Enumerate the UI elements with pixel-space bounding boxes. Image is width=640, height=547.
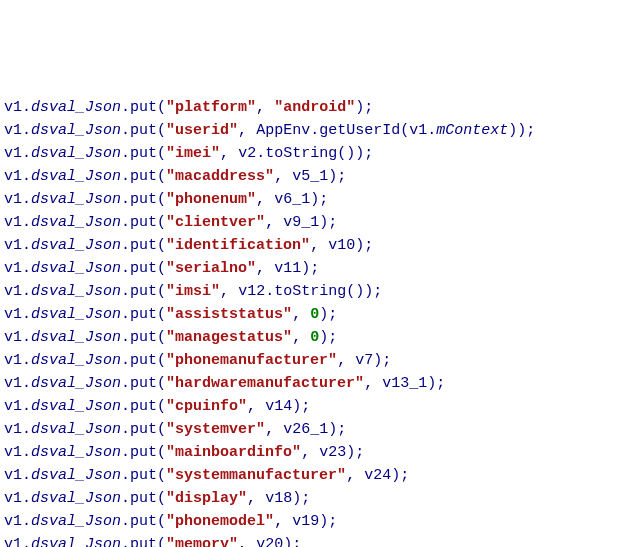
object-ref: v1 — [4, 306, 22, 323]
code-line: v1.dsval_Json.put("serialno", v11); — [4, 257, 636, 280]
object-ref: v1 — [4, 444, 22, 461]
method-call: toString — [274, 283, 346, 300]
member-ref: mContext — [436, 122, 508, 139]
variable-ref: v23 — [319, 444, 346, 461]
method-call: put — [130, 145, 157, 162]
class-ref: AppEnv — [256, 122, 310, 139]
code-line: v1.dsval_Json.put("hardwaremanufacturer"… — [4, 372, 636, 395]
member-ref: dsval_Json — [31, 352, 121, 369]
variable-ref: v24 — [364, 467, 391, 484]
member-ref: dsval_Json — [31, 122, 121, 139]
member-ref: dsval_Json — [31, 444, 121, 461]
variable-ref: v18 — [265, 490, 292, 507]
code-line: v1.dsval_Json.put("imsi", v12.toString()… — [4, 280, 636, 303]
member-ref: dsval_Json — [31, 375, 121, 392]
variable-ref: v12 — [238, 283, 265, 300]
method-call: put — [130, 283, 157, 300]
json-key: "systemmanufacturer" — [166, 467, 346, 484]
code-line: v1.dsval_Json.put("macaddress", v5_1); — [4, 165, 636, 188]
object-ref: v1 — [4, 398, 22, 415]
method-call: put — [130, 122, 157, 139]
variable-ref: v14 — [265, 398, 292, 415]
method-call: put — [130, 237, 157, 254]
method-call: put — [130, 490, 157, 507]
member-ref: dsval_Json — [31, 398, 121, 415]
object-ref: v1 — [4, 421, 22, 438]
method-call: put — [130, 467, 157, 484]
json-value-number: 0 — [310, 329, 319, 346]
method-call: put — [130, 260, 157, 277]
object-ref: v1 — [4, 237, 22, 254]
code-block: v1.dsval_Json.put("platform", "android")… — [4, 96, 636, 547]
method-call: put — [130, 536, 157, 547]
code-line: v1.dsval_Json.put("userid", AppEnv.getUs… — [4, 119, 636, 142]
variable-ref: v11 — [274, 260, 301, 277]
object-ref: v1 — [4, 536, 22, 547]
variable-ref: v10 — [328, 237, 355, 254]
method-call: put — [130, 444, 157, 461]
method-call: put — [130, 375, 157, 392]
object-ref: v1 — [4, 214, 22, 231]
object-ref: v1 — [4, 490, 22, 507]
code-line: v1.dsval_Json.put("display", v18); — [4, 487, 636, 510]
code-line: v1.dsval_Json.put("systemmanufacturer", … — [4, 464, 636, 487]
method-call: put — [130, 513, 157, 530]
variable-ref: v7 — [355, 352, 373, 369]
method-call: toString — [265, 145, 337, 162]
json-key: "macaddress" — [166, 168, 274, 185]
code-line: v1.dsval_Json.put("systemver", v26_1); — [4, 418, 636, 441]
method-call: put — [130, 421, 157, 438]
variable-ref: v20 — [256, 536, 283, 547]
json-key: "phonemodel" — [166, 513, 274, 530]
method-call: put — [130, 214, 157, 231]
member-ref: dsval_Json — [31, 260, 121, 277]
object-ref: v1 — [4, 122, 22, 139]
json-key: "imei" — [166, 145, 220, 162]
member-ref: dsval_Json — [31, 214, 121, 231]
json-key: "platform" — [166, 99, 256, 116]
member-ref: dsval_Json — [31, 283, 121, 300]
object-ref: v1 — [409, 122, 427, 139]
method-call: put — [130, 352, 157, 369]
object-ref: v1 — [4, 352, 22, 369]
member-ref: dsval_Json — [31, 421, 121, 438]
json-key: "memory" — [166, 536, 238, 547]
json-key: "phonenum" — [166, 191, 256, 208]
member-ref: dsval_Json — [31, 536, 121, 547]
variable-ref: v5_1 — [292, 168, 328, 185]
json-key: "managestatus" — [166, 329, 292, 346]
object-ref: v1 — [4, 260, 22, 277]
code-line: v1.dsval_Json.put("mainboardinfo", v23); — [4, 441, 636, 464]
method-call: put — [130, 329, 157, 346]
member-ref: dsval_Json — [31, 306, 121, 323]
method-call: getUserId — [319, 122, 400, 139]
member-ref: dsval_Json — [31, 191, 121, 208]
code-line: v1.dsval_Json.put("platform", "android")… — [4, 96, 636, 119]
variable-ref: v6_1 — [274, 191, 310, 208]
method-call: put — [130, 99, 157, 116]
object-ref: v1 — [4, 283, 22, 300]
code-line: v1.dsval_Json.put("phonemodel", v19); — [4, 510, 636, 533]
json-key: "mainboardinfo" — [166, 444, 301, 461]
member-ref: dsval_Json — [31, 329, 121, 346]
object-ref: v1 — [4, 467, 22, 484]
json-key: "imsi" — [166, 283, 220, 300]
method-call: put — [130, 191, 157, 208]
method-call: put — [130, 168, 157, 185]
variable-ref: v13_1 — [382, 375, 427, 392]
member-ref: dsval_Json — [31, 145, 121, 162]
json-key: "identification" — [166, 237, 310, 254]
code-line: v1.dsval_Json.put("identification", v10)… — [4, 234, 636, 257]
code-line: v1.dsval_Json.put("managestatus", 0); — [4, 326, 636, 349]
json-key: "serialno" — [166, 260, 256, 277]
object-ref: v1 — [4, 329, 22, 346]
member-ref: dsval_Json — [31, 467, 121, 484]
object-ref: v1 — [4, 168, 22, 185]
member-ref: dsval_Json — [31, 237, 121, 254]
code-line: v1.dsval_Json.put("phonenum", v6_1); — [4, 188, 636, 211]
code-line: v1.dsval_Json.put("cpuinfo", v14); — [4, 395, 636, 418]
object-ref: v1 — [4, 513, 22, 530]
code-line: v1.dsval_Json.put("imei", v2.toString())… — [4, 142, 636, 165]
code-line: v1.dsval_Json.put("clientver", v9_1); — [4, 211, 636, 234]
member-ref: dsval_Json — [31, 99, 121, 116]
